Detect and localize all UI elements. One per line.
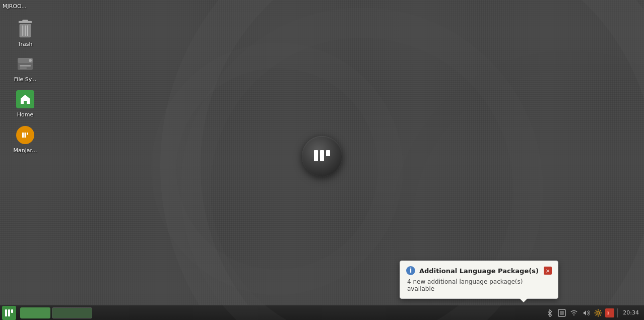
taskbar-window-2[interactable] [52, 307, 92, 318]
desktop: MJROO... Trash [0, 0, 644, 320]
user-label[interactable]: MJROO... [3, 3, 27, 10]
taskbar: ! 20:34 [0, 305, 644, 320]
home-icon-item[interactable]: Home [5, 87, 45, 120]
bluetooth-tray-icon[interactable] [545, 308, 555, 318]
svg-point-23 [597, 311, 600, 314]
taskbar-right: ! 20:34 [545, 308, 644, 318]
svg-rect-21 [560, 311, 564, 315]
svg-rect-12 [314, 150, 318, 161]
trash-icon-item[interactable]: Trash [5, 17, 45, 49]
taskbar-windows [18, 307, 545, 318]
filesystem-label: File Sy... [14, 76, 36, 83]
taskbar-menu-button[interactable] [2, 306, 16, 320]
notification-header: i Additional Language Package(s) × [406, 266, 552, 275]
trash-label: Trash [18, 41, 32, 47]
svg-rect-13 [320, 150, 324, 161]
filesystem-icon-item[interactable]: File Sy... [5, 52, 45, 85]
taskbar-left [0, 306, 18, 320]
home-icon [15, 89, 35, 109]
svg-rect-15 [5, 309, 7, 316]
swirl-decor-1 [151, 43, 403, 295]
trash-icon [15, 19, 35, 39]
svg-point-22 [573, 314, 574, 315]
svg-point-8 [29, 59, 32, 62]
taskbar-separator [617, 308, 618, 317]
screenshot-tray-icon[interactable] [557, 308, 567, 318]
filesystem-icon [15, 54, 35, 74]
svg-rect-25 [612, 312, 613, 314]
svg-rect-1 [22, 20, 28, 22]
taskbar-clock[interactable]: 20:34 [621, 309, 641, 316]
manjaro-icon-item[interactable]: Manjar... [5, 123, 45, 156]
network-tray-icon[interactable] [569, 308, 579, 318]
notification-body: 4 new additional language package(s) ava… [406, 278, 552, 292]
svg-rect-16 [8, 309, 10, 316]
notification-info-icon: i [406, 266, 415, 275]
center-logo [302, 136, 342, 176]
taskbar-window-1[interactable] [20, 307, 50, 318]
notification-title: Additional Language Package(s) [419, 267, 544, 275]
manjaro-desktop-icon [15, 125, 35, 145]
volume-tray-icon[interactable] [581, 308, 591, 318]
gear-tray-icon[interactable] [593, 308, 603, 318]
svg-rect-14 [326, 150, 330, 156]
desktop-icons-column: Trash File Sy... [0, 14, 50, 158]
battery-tray-icon[interactable]: ! [605, 308, 614, 317]
svg-rect-17 [11, 309, 13, 313]
svg-text:!: ! [608, 311, 609, 315]
notification-close-button[interactable]: × [544, 267, 552, 275]
home-label: Home [17, 111, 33, 118]
svg-rect-10 [20, 68, 27, 69]
svg-rect-9 [20, 65, 31, 67]
manjaro-label: Manjar... [13, 147, 37, 154]
notification-popup: i Additional Language Package(s) × 4 new… [400, 261, 558, 299]
